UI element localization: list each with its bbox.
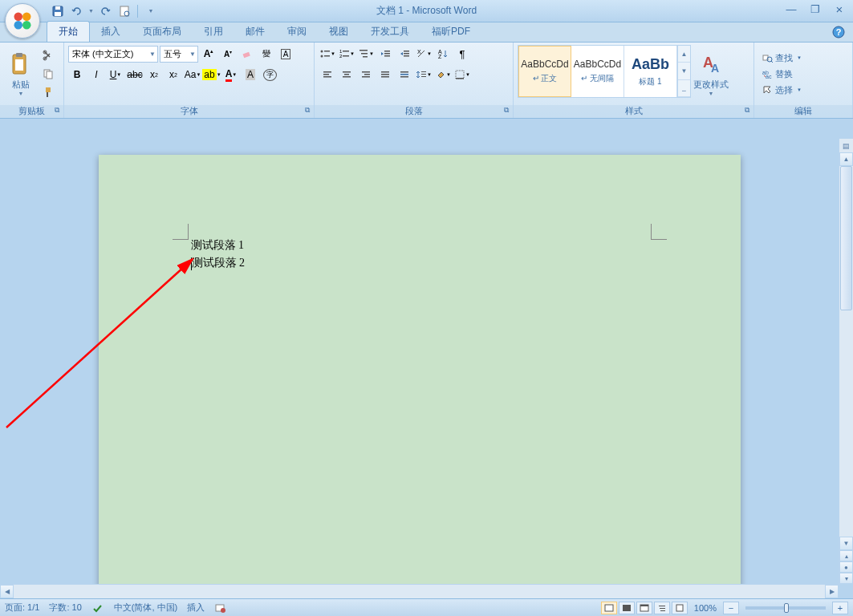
increase-indent-button[interactable] (396, 45, 413, 63)
prev-page-button[interactable]: ▴ (839, 550, 853, 561)
scroll-thumb[interactable] (840, 166, 852, 310)
gallery-down[interactable]: ▼ (678, 63, 690, 79)
view-outline[interactable] (654, 602, 670, 614)
align-right-button[interactable] (357, 66, 375, 83)
cut-button[interactable] (39, 47, 57, 64)
maximize-button[interactable]: ❐ (803, 2, 827, 16)
scroll-down-button[interactable]: ▼ (839, 537, 853, 550)
spellcheck-icon[interactable] (91, 602, 104, 614)
zoom-slider[interactable] (745, 606, 826, 610)
char-border-button[interactable]: A (277, 45, 294, 63)
enclose-char-button[interactable]: 字 (261, 66, 278, 83)
asian-layout-button[interactable]: X▼ (415, 45, 433, 63)
underline-button[interactable]: U▼ (107, 66, 124, 83)
paragraph-launcher[interactable]: ⧉ (501, 106, 511, 116)
justify-button[interactable] (376, 66, 394, 83)
borders-button[interactable]: ▼ (453, 66, 471, 83)
document-content[interactable]: 测试段落 1 测试段落 2 (191, 237, 246, 272)
grow-font-button[interactable]: A▴ (200, 45, 217, 63)
font-family-combo[interactable]: 宋体 (中文正文)▼ (68, 46, 158, 63)
status-mode[interactable]: 插入 (187, 602, 205, 614)
status-page[interactable]: 页面: 1/1 (5, 602, 39, 614)
style-heading1[interactable]: AaBb 标题 1 (624, 46, 677, 97)
zoom-out-button[interactable]: − (723, 602, 739, 614)
status-language[interactable]: 中文(简体, 中国) (114, 602, 177, 614)
scroll-right-button[interactable]: ▶ (825, 585, 839, 598)
highlight-button[interactable]: ab▼ (203, 66, 221, 83)
redo-button[interactable] (97, 3, 113, 19)
view-draft[interactable] (672, 602, 688, 614)
scroll-up-button[interactable]: ▲ (839, 152, 853, 166)
styles-launcher[interactable]: ⧉ (741, 106, 752, 116)
font-size-combo[interactable]: 五号▼ (160, 46, 198, 63)
clear-format-button[interactable] (238, 45, 256, 63)
tab-pdf[interactable]: 福昕PDF (420, 22, 481, 42)
style-normal[interactable]: AaBbCcDd ↵ 正文 (518, 46, 571, 97)
italic-button[interactable]: I (87, 66, 105, 83)
show-marks-button[interactable]: ¶ (453, 45, 471, 63)
tab-mail[interactable]: 邮件 (234, 22, 276, 42)
select-button[interactable]: 选择▼ (758, 83, 848, 98)
align-left-button[interactable] (319, 66, 336, 83)
paragraph-1[interactable]: 测试段落 1 (191, 237, 246, 254)
clipboard-launcher[interactable]: ⧉ (51, 106, 62, 116)
paragraph-2[interactable]: 测试段落 2 (191, 254, 246, 272)
strike-button[interactable]: abc (126, 66, 144, 83)
line-spacing-button[interactable]: ▼ (415, 66, 433, 83)
numbering-button[interactable]: 12▼ (338, 45, 355, 63)
format-painter-button[interactable] (39, 83, 57, 101)
change-case-button[interactable]: Aa▼ (184, 66, 201, 83)
align-center-button[interactable] (338, 66, 355, 83)
print-preview-button[interactable] (116, 3, 132, 19)
document-page[interactable]: 测试段落 1 测试段落 2 (99, 155, 741, 584)
change-styles-button[interactable]: AA 更改样式 ▼ (691, 45, 731, 103)
qat-customize[interactable]: ▼ (143, 3, 159, 19)
sort-button[interactable]: AZ (434, 45, 452, 63)
font-color-button[interactable]: A▼ (222, 66, 240, 83)
tab-references[interactable]: 引用 (193, 22, 234, 42)
help-icon[interactable]: ? (832, 26, 845, 41)
copy-button[interactable] (39, 65, 57, 83)
browse-object-button[interactable]: ● (839, 561, 853, 573)
macro-record-icon[interactable] (214, 602, 227, 614)
shrink-font-button[interactable]: A▾ (219, 45, 237, 63)
replace-button[interactable]: abac替换 (758, 67, 848, 82)
save-button[interactable] (50, 3, 66, 19)
tab-layout[interactable]: 页面布局 (132, 22, 193, 42)
zoom-value[interactable]: 100% (694, 603, 717, 613)
scroll-track[interactable] (839, 166, 853, 537)
shading-button[interactable]: ▼ (434, 66, 452, 83)
subscript-button[interactable]: x2 (145, 66, 163, 83)
tab-review[interactable]: 审阅 (276, 22, 318, 42)
status-words[interactable]: 字数: 10 (49, 602, 81, 614)
gallery-up[interactable]: ▲ (678, 46, 690, 63)
bold-button[interactable]: B (68, 66, 86, 83)
superscript-button[interactable]: x2 (165, 66, 182, 83)
tab-home[interactable]: 开始 (47, 21, 90, 42)
office-button[interactable] (5, 3, 47, 45)
ruler-toggle[interactable]: ▤ (839, 139, 853, 152)
view-web[interactable] (636, 602, 652, 614)
find-button[interactable]: 查找▼ (758, 51, 848, 66)
distribute-button[interactable] (396, 66, 413, 83)
decrease-indent-button[interactable] (376, 45, 394, 63)
gallery-more[interactable]: ⎯ (678, 80, 690, 97)
next-page-button[interactable]: ▾ (839, 573, 853, 584)
multilevel-button[interactable]: ▼ (357, 45, 375, 63)
tab-view[interactable]: 视图 (318, 22, 359, 42)
close-button[interactable]: × (827, 2, 851, 16)
bullets-button[interactable]: ▼ (319, 45, 336, 63)
horizontal-scrollbar[interactable]: ◀ ▶ (0, 584, 839, 598)
paste-button[interactable]: 粘贴 ▼ (4, 45, 38, 103)
tab-insert[interactable]: 插入 (90, 22, 132, 42)
vertical-scrollbar[interactable]: ▤ ▲ ▼ ▴ ● ▾ (839, 139, 853, 584)
font-launcher[interactable]: ⧉ (302, 106, 312, 116)
minimize-button[interactable]: — (779, 2, 803, 16)
view-fullscreen[interactable] (619, 602, 635, 614)
view-print-layout[interactable] (601, 602, 617, 614)
zoom-in-button[interactable]: + (832, 602, 848, 614)
scroll-left-button[interactable]: ◀ (0, 585, 14, 598)
char-shading-button[interactable]: A (242, 66, 259, 83)
undo-button[interactable] (69, 3, 85, 19)
style-nospacing[interactable]: AaBbCcDd ↵ 无间隔 (571, 46, 624, 97)
